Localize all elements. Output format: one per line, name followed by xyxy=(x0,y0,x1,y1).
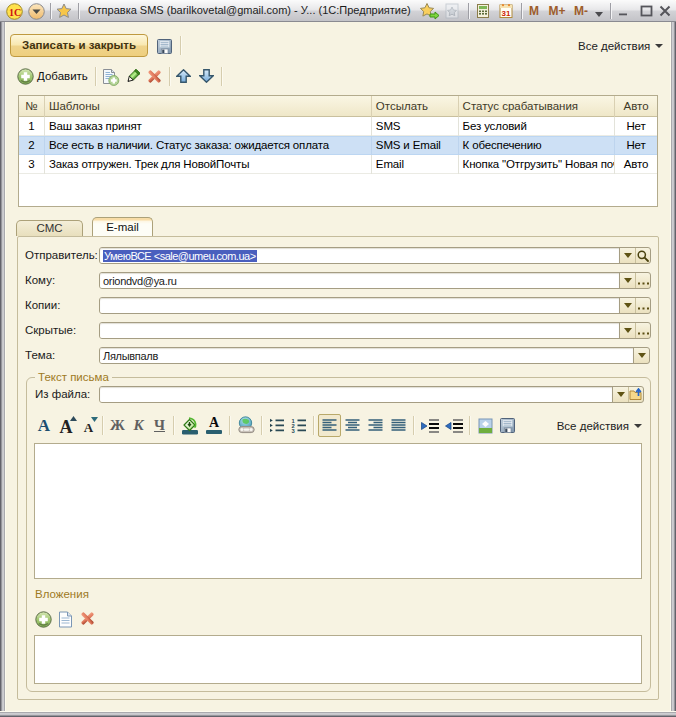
titlebar-separator xyxy=(610,3,612,19)
maximize-button[interactable] xyxy=(636,0,656,22)
app-menu-button[interactable]: 1С xyxy=(5,0,23,22)
favorites-list-button-disabled xyxy=(443,0,461,22)
bullet-list-button[interactable] xyxy=(266,414,288,437)
from-file-field[interactable] xyxy=(99,386,644,403)
favorites-button[interactable] xyxy=(55,0,73,22)
save-and-close-button[interactable]: Записать и закрыть xyxy=(10,34,148,57)
attachment-open-button[interactable] xyxy=(58,611,73,630)
sender-dropdown-button[interactable] xyxy=(620,248,635,263)
add-to-favorites-button[interactable] xyxy=(418,0,440,22)
ellipsis-icon xyxy=(638,282,649,285)
arrow-down-icon xyxy=(199,69,214,83)
from-file-dropdown-button[interactable] xyxy=(613,387,628,402)
underline-button[interactable]: Ч xyxy=(149,414,170,437)
to-dropdown-button[interactable] xyxy=(620,273,635,288)
tab-email[interactable]: E-mail xyxy=(92,217,153,236)
sender-input[interactable]: УмеюВСЕ <sale@umeu.com.ua> xyxy=(100,248,620,263)
font-color-button[interactable]: А xyxy=(202,414,226,437)
indent-increase-button[interactable] xyxy=(418,414,442,437)
delete-row-button[interactable] xyxy=(148,70,161,85)
toolbar-separator xyxy=(102,416,104,435)
memory-m-plus-button[interactable]: M+ xyxy=(546,0,568,22)
table-row[interactable]: 1 Ваш заказ принят SMS Без условий Нет xyxy=(19,117,657,136)
save-button[interactable] xyxy=(157,39,172,56)
memory-m-button[interactable]: M xyxy=(526,0,542,22)
email-body-editor[interactable] xyxy=(34,443,642,579)
sender-value: УмеюВСЕ <sale@umeu.com.ua> xyxy=(103,250,257,262)
editor-all-actions-button[interactable]: Все действия xyxy=(557,420,642,432)
templates-table[interactable]: № Шаблоны Отсылать Статус срабатывания А… xyxy=(18,95,658,207)
titlebar-dropdown-button[interactable] xyxy=(27,0,45,22)
attachment-delete-button[interactable] xyxy=(81,612,94,627)
main-all-actions-button[interactable]: Все действия xyxy=(578,40,663,52)
minimize-button[interactable] xyxy=(614,0,634,22)
bcc-dropdown-button[interactable] xyxy=(620,323,635,338)
align-center-button[interactable] xyxy=(341,414,364,437)
background-color-button[interactable] xyxy=(178,414,202,437)
subject-dropdown-button[interactable] xyxy=(634,348,649,363)
toolbar-separator xyxy=(313,416,315,435)
column-header-status[interactable]: Статус срабатывания xyxy=(459,96,616,117)
edit-row-button[interactable] xyxy=(125,69,140,86)
column-header-num[interactable]: № xyxy=(19,96,45,117)
attachment-add-button[interactable] xyxy=(35,611,52,630)
list-number: 3 xyxy=(292,428,296,433)
font-shrink-button[interactable]: А xyxy=(78,414,99,437)
close-button[interactable] xyxy=(656,0,674,22)
bcc-input[interactable] xyxy=(100,323,620,338)
templates-table-header: № Шаблоны Отсылать Статус срабатывания А… xyxy=(19,96,657,117)
star-arrow-icon xyxy=(419,3,440,20)
calculator-button[interactable] xyxy=(473,0,493,22)
to-input[interactable]: oriondvd@ya.ru xyxy=(100,273,620,288)
from-file-input[interactable] xyxy=(100,387,613,402)
column-header-auto[interactable]: Авто xyxy=(615,96,657,117)
align-justify-button[interactable] xyxy=(387,414,410,437)
floppy-icon xyxy=(157,39,172,54)
cc-dropdown-button[interactable] xyxy=(620,298,635,313)
column-header-template[interactable]: Шаблоны xyxy=(45,96,372,117)
cc-input[interactable] xyxy=(100,298,620,313)
memory-m-minus-button[interactable]: M- xyxy=(570,0,592,22)
titlebar-more-button[interactable] xyxy=(592,0,606,22)
copy-row-button[interactable] xyxy=(102,69,120,88)
image-icon xyxy=(478,418,493,434)
bcc-select-button[interactable] xyxy=(635,323,650,338)
indent-decrease-button[interactable] xyxy=(442,414,466,437)
sender-search-button[interactable] xyxy=(635,248,650,263)
table-row-selected[interactable]: 2 Все есть в наличии. Статус заказа: ожи… xyxy=(19,136,657,155)
to-select-button[interactable] xyxy=(635,273,650,288)
editor-save-button[interactable] xyxy=(496,414,518,437)
subject-field[interactable]: Лялывпалв xyxy=(99,347,650,364)
bcc-field[interactable] xyxy=(99,322,651,339)
align-left-button[interactable] xyxy=(318,414,341,437)
insert-image-button[interactable] xyxy=(474,414,496,437)
to-field[interactable]: oriondvd@ya.ru xyxy=(99,272,651,289)
attachments-list[interactable] xyxy=(34,635,642,684)
add-row-button[interactable] xyxy=(17,68,34,87)
align-right-button[interactable] xyxy=(364,414,387,437)
hyperlink-button[interactable] xyxy=(234,414,258,437)
toolbar-separator xyxy=(169,67,171,86)
add-row-label[interactable]: Добавить xyxy=(37,70,88,82)
numbered-list-button[interactable]: 123 xyxy=(288,414,310,437)
table-row[interactable]: 3 Заказ отгружен. Трек для НовойПочты Em… xyxy=(19,155,657,174)
cc-field[interactable] xyxy=(99,297,651,314)
subject-input[interactable]: Лялывпалв xyxy=(100,348,634,363)
calendar-button[interactable]: 31 xyxy=(496,0,516,22)
move-up-button[interactable] xyxy=(176,69,191,85)
move-down-button[interactable] xyxy=(199,69,214,85)
font-grow-button[interactable]: А xyxy=(54,414,78,437)
align-center-icon xyxy=(345,419,360,432)
column-header-send[interactable]: Отсылать xyxy=(372,96,459,117)
from-file-open-button[interactable] xyxy=(628,387,643,402)
ellipsis-icon xyxy=(638,332,649,335)
star-icon xyxy=(56,3,72,19)
align-right-icon xyxy=(368,419,383,432)
bold-button[interactable]: Ж xyxy=(107,414,128,437)
italic-button[interactable]: К xyxy=(128,414,149,437)
font-button[interactable]: А xyxy=(34,414,54,437)
cc-select-button[interactable] xyxy=(635,298,650,313)
tab-sms[interactable]: СМС xyxy=(16,220,83,236)
sender-field[interactable]: УмеюВСЕ <sale@umeu.com.ua> xyxy=(99,247,651,264)
calendar-icon: 31 xyxy=(498,3,514,19)
